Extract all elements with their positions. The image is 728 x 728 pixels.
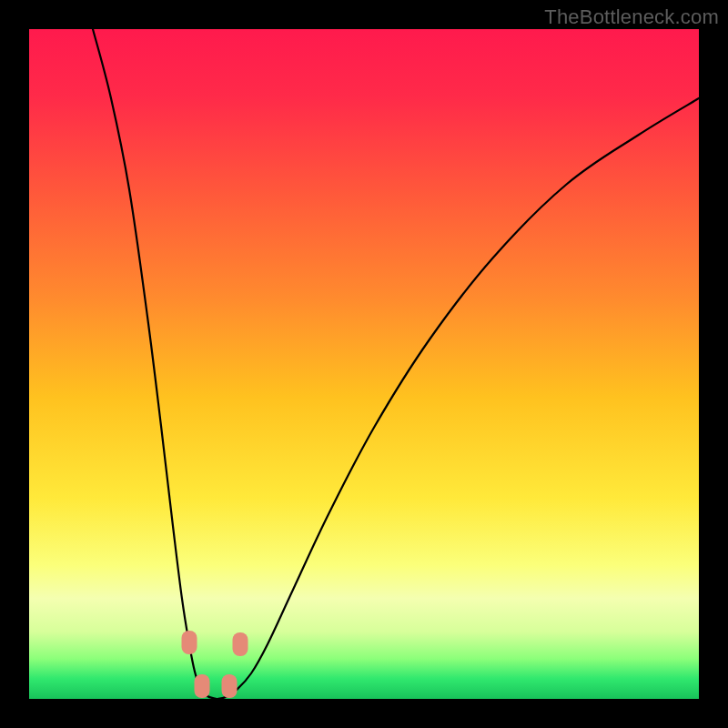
marker-3 [222,674,238,698]
marker-0 [182,631,197,654]
marker-2 [195,674,210,698]
watermark-text: TheBottleneck.com [544,5,719,29]
bottleneck-curve-chart [29,29,699,699]
marker-1 [233,632,248,656]
chart-frame [29,29,699,699]
gradient-background [29,29,699,699]
